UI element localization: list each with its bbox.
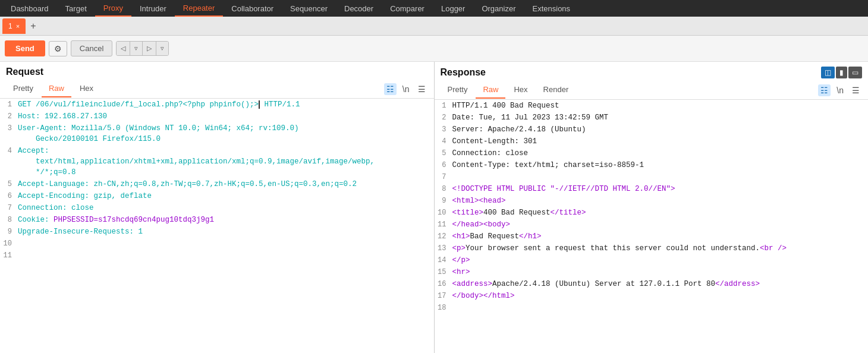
response-menu-icon[interactable]: ☰ (850, 84, 862, 96)
settings-button[interactable]: ⚙ (49, 41, 67, 56)
response-line-1: 1 HTTP/1.1 400 Bad Request (435, 100, 869, 112)
nav-comparer[interactable]: Comparer (382, 0, 433, 17)
response-line-9: 9 <html><head> (435, 195, 869, 207)
navigation-arrows: ◁ ▿ ▷ ▿ (116, 41, 169, 56)
request-newline-icon[interactable]: \n (400, 83, 412, 95)
response-line-11: 11 </head><body> (435, 219, 869, 231)
request-line-4: 4 Accept: text/html,application/xhtml+xm… (0, 145, 434, 178)
request-line-3: 3 User-Agent: Mozilla/5.0 (Windows NT 10… (0, 122, 434, 145)
split-full-icon[interactable]: ▭ (848, 67, 862, 78)
response-line-13: 13 <p>Your browser sent a request that t… (435, 242, 869, 254)
request-line-2: 2 Host: 192.168.27.130 (0, 111, 434, 122)
request-panel: Request Pretty Raw Hex ☷ \n ☰ 1 GET /06/… (0, 62, 435, 353)
next-button[interactable]: ▷ (143, 42, 156, 55)
nav-proxy[interactable]: Proxy (95, 0, 131, 17)
response-line-3: 3 Server: Apache/2.4.18 (Ubuntu) (435, 124, 869, 135)
prev-button[interactable]: ◁ (117, 42, 130, 55)
request-line-1: 1 GET /06/vul/fileinclude/fi_local.php?<… (0, 99, 434, 111)
nav-logger[interactable]: Logger (433, 0, 473, 17)
nav-dashboard[interactable]: Dashboard (2, 0, 57, 17)
request-tab-actions: ☷ \n ☰ (384, 83, 428, 95)
response-newline-icon[interactable]: \n (834, 84, 846, 96)
request-panel-title: Request (6, 67, 43, 77)
request-line-5: 5 Accept-Language: zh-CN,zh;q=0.8,zh-TW;… (0, 178, 434, 190)
nav-collaborator[interactable]: Collaborator (223, 0, 282, 17)
response-line-7: 7 (435, 171, 869, 183)
toolbar: Send ⚙ Cancel ◁ ▿ ▷ ▿ (0, 36, 868, 62)
response-format-icon[interactable]: ☷ (818, 84, 831, 96)
response-line-4: 4 Content-Length: 301 (435, 135, 869, 147)
response-line-17: 17 </body></html> (435, 290, 869, 302)
response-line-6: 6 Content-Type: text/html; charset=iso-8… (435, 159, 869, 171)
response-tab-hex[interactable]: Hex (507, 81, 534, 99)
response-line-10: 10 <title>400 Bad Request</title> (435, 207, 869, 219)
request-line-10: 10 (0, 238, 434, 250)
response-tab-pretty[interactable]: Pretty (441, 81, 475, 99)
request-tab-hex[interactable]: Hex (73, 80, 100, 97)
split-horizontal-icon[interactable]: ◫ (821, 67, 835, 78)
add-tab-button[interactable]: + (26, 21, 40, 31)
repeater-tab-1[interactable]: 1 × (2, 18, 26, 34)
nav-target[interactable]: Target (57, 0, 95, 17)
request-sub-tabs: Pretty Raw Hex ☷ \n ☰ (0, 80, 434, 99)
request-line-7: 7 Connection: close (0, 202, 434, 214)
response-code-area[interactable]: 1 HTTP/1.1 400 Bad Request 2 Date: Tue, … (435, 100, 869, 353)
response-line-8: 8 <!DOCTYPE HTML PUBLIC "-//IETF//DTD HT… (435, 183, 869, 195)
nav-organizer[interactable]: Organizer (473, 0, 524, 17)
request-tab-pretty[interactable]: Pretty (6, 80, 40, 97)
response-view-icons: ◫ ▮ ▭ (821, 67, 862, 78)
request-menu-icon[interactable]: ☰ (416, 83, 428, 95)
top-navigation: Dashboard Target Proxy Intruder Repeater… (0, 0, 868, 17)
response-line-16: 16 <address>Apache/2.4.18 (Ubuntu) Serve… (435, 278, 869, 290)
request-line-8: 8 Cookie: PHPSESSID=s17shcdq69cn4pug10td… (0, 214, 434, 226)
response-line-2: 2 Date: Tue, 11 Jul 2023 13:42:59 GMT (435, 112, 869, 124)
response-line-18: 18 (435, 302, 869, 314)
send-button[interactable]: Send (5, 40, 45, 56)
response-line-5: 5 Connection: close (435, 147, 869, 159)
response-sub-tabs: Pretty Raw Hex Render ☷ \n ☰ (435, 81, 869, 100)
response-panel-header: Response ◫ ▮ ▭ (435, 62, 869, 81)
tab-bar: 1 × + (0, 17, 868, 36)
response-panel-title: Response (441, 67, 486, 78)
prev-dropdown-button[interactable]: ▿ (130, 42, 143, 55)
main-area: Request Pretty Raw Hex ☷ \n ☰ 1 GET /06/… (0, 62, 868, 353)
request-line-11: 11 (0, 250, 434, 261)
request-format-icon[interactable]: ☷ (384, 83, 397, 95)
request-line-6: 6 Accept-Encoding: gzip, deflate (0, 190, 434, 202)
split-vertical-icon[interactable]: ▮ (836, 67, 847, 78)
next-dropdown-button[interactable]: ▿ (156, 42, 168, 55)
request-panel-header: Request (0, 62, 434, 80)
response-panel: Response ◫ ▮ ▭ Pretty Raw Hex Render ☷ \… (435, 62, 869, 353)
response-line-14: 14 </p> (435, 254, 869, 266)
nav-decoder[interactable]: Decoder (336, 0, 382, 17)
tab-close-icon[interactable]: × (16, 23, 20, 30)
nav-repeater[interactable]: Repeater (175, 0, 223, 17)
response-tab-actions: ☷ \n ☰ (818, 84, 862, 96)
tab-number: 1 (8, 22, 12, 30)
response-tab-render[interactable]: Render (536, 81, 576, 99)
nav-sequencer[interactable]: Sequencer (282, 0, 336, 17)
cancel-button[interactable]: Cancel (71, 40, 112, 56)
nav-extensions[interactable]: Extensions (524, 0, 579, 17)
request-line-9: 9 Upgrade-Insecure-Requests: 1 (0, 226, 434, 238)
response-line-12: 12 <h1>Bad Request</h1> (435, 231, 869, 242)
request-code-area[interactable]: 1 GET /06/vul/fileinclude/fi_local.php?<… (0, 99, 434, 353)
response-tab-raw[interactable]: Raw (476, 81, 505, 99)
nav-intruder[interactable]: Intruder (131, 0, 175, 17)
request-tab-raw[interactable]: Raw (42, 80, 71, 97)
response-line-15: 15 <hr> (435, 266, 869, 278)
